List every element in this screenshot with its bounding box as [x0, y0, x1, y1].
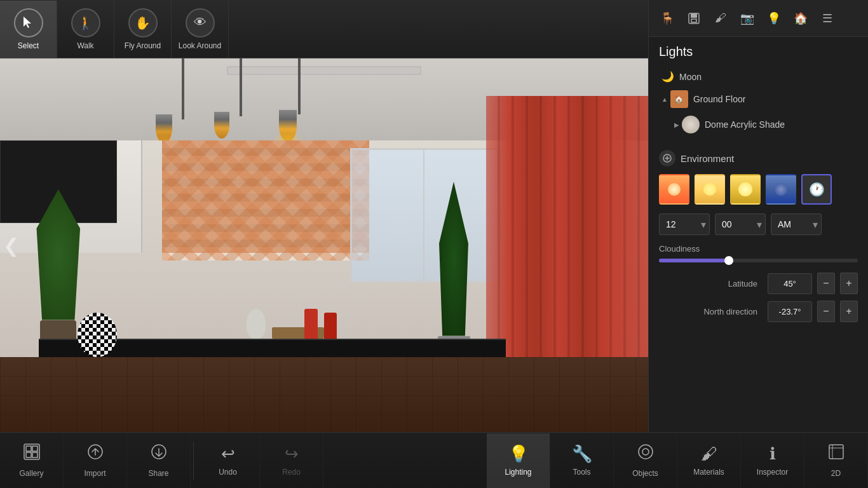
hour-select[interactable]: 12123 69	[659, 214, 710, 235]
latitude-row: Latitude 45° − +	[659, 273, 858, 294]
expand-ground-floor-icon: ▲	[661, 96, 668, 103]
toolbar-divider-1	[193, 442, 194, 480]
preset-noon[interactable]	[730, 174, 761, 205]
import-button[interactable]: Import	[64, 433, 127, 488]
objects-icon	[637, 443, 654, 465]
bottom-toolbar: Gallery Import Share ↩ Undo ↪ Redo 💡 Lig…	[0, 432, 868, 488]
environment-header[interactable]: Environment	[659, 150, 858, 166]
ampm-select[interactable]: AMPM	[771, 214, 822, 235]
latitude-increase-btn[interactable]: +	[840, 273, 858, 294]
undo-icon: ↩	[221, 444, 235, 464]
svg-rect-5	[26, 446, 31, 451]
preset-dawn[interactable]	[659, 174, 689, 205]
gallery-button[interactable]: Gallery	[0, 433, 64, 488]
svg-point-11	[639, 445, 653, 459]
time-row: 12123 69 00153045 AMPM	[659, 214, 858, 235]
nav-prev-arrow[interactable]: ❮	[3, 234, 19, 257]
north-direction-increase-btn[interactable]: +	[840, 301, 858, 322]
tree-item-dome[interactable]: ▶ Dome Acrylic Shade	[672, 112, 858, 137]
ceiling-recess	[227, 66, 421, 76]
environment-toggle[interactable]	[659, 150, 675, 166]
cloudiness-slider[interactable]	[659, 259, 858, 262]
redo-label: Redo	[282, 468, 301, 477]
right-panel: 🪑 🖌 📷 💡 🏠 ☰ Lights 🌙 Moon ▲ 🏠 Ground Flo…	[648, 0, 868, 432]
panel-list-icon[interactable]: ☰	[814, 5, 841, 32]
tool-select-label: Select	[18, 41, 39, 50]
undo-button[interactable]: ↩ Undo	[196, 433, 260, 488]
tree-item-moon[interactable]: 🌙 Moon	[659, 67, 858, 86]
top-toolbar: Select 🚶 Walk ✋ Fly Around 👁 Look Around	[0, 0, 648, 58]
preset-custom[interactable]: 🕐	[801, 174, 832, 205]
preset-morning[interactable]	[695, 174, 725, 205]
expand-dome-icon: ▶	[674, 121, 679, 128]
moon-icon: 🌙	[661, 71, 674, 83]
redo-icon: ↪	[285, 444, 299, 464]
inspector-label: Inspector	[757, 468, 788, 477]
latitude-label: Latitude	[659, 279, 763, 288]
north-direction-value: -23.7°	[768, 301, 812, 322]
import-label: Import	[84, 469, 105, 478]
cloudiness-label: Cloudiness	[659, 244, 858, 254]
panel-save-icon[interactable]	[681, 5, 707, 32]
north-direction-decrease-btn[interactable]: −	[817, 301, 835, 322]
lighting-label: Lighting	[505, 468, 531, 477]
scene-background: ❮	[0, 58, 648, 432]
objects-button[interactable]: Objects	[614, 433, 677, 488]
lights-section: Lights 🌙 Moon ▲ 🏠 Ground Floor ▶ Dome Ac…	[649, 37, 868, 145]
tool-fly-around[interactable]: ✋ Fly Around	[114, 1, 172, 58]
custom-clock-icon: 🕐	[809, 182, 825, 197]
tool-look-around-label: Look Around	[179, 41, 221, 50]
north-direction-label: North direction	[659, 307, 763, 316]
svg-rect-8	[32, 452, 37, 458]
share-icon	[150, 443, 168, 465]
panel-paint-icon[interactable]: 🖌	[707, 5, 734, 32]
objects-label: Objects	[632, 469, 658, 478]
svg-rect-6	[32, 446, 37, 451]
tree-item-dome-label: Dome Acrylic Shade	[705, 119, 785, 130]
ampm-select-wrapper: AMPM	[771, 214, 822, 235]
tools-icon: 🔧	[572, 444, 592, 464]
ground-floor-thumb: 🏠	[670, 90, 688, 108]
tool-look-around[interactable]: 👁 Look Around	[172, 1, 229, 58]
environment-section: Environment 🕐 12123	[649, 145, 868, 334]
svg-rect-7	[26, 452, 31, 458]
gallery-label: Gallery	[19, 469, 43, 478]
tools-label: Tools	[573, 468, 590, 477]
lighting-icon: 💡	[508, 444, 529, 464]
materials-icon: 🖌	[701, 444, 717, 464]
latitude-value: 45°	[768, 273, 812, 294]
panel-camera-icon[interactable]: 📷	[734, 5, 761, 32]
environment-label: Environment	[681, 153, 734, 164]
2d-label: 2D	[831, 469, 841, 478]
lights-title: Lights	[659, 44, 858, 59]
preset-afternoon[interactable]	[766, 174, 796, 205]
materials-button[interactable]: 🖌 Materials	[677, 433, 741, 488]
panel-furniture-icon[interactable]: 🪑	[654, 5, 681, 32]
share-button[interactable]: Share	[127, 433, 191, 488]
lighting-button[interactable]: 💡 Lighting	[487, 433, 550, 488]
minute-select[interactable]: 00153045	[715, 214, 766, 235]
panel-light-icon[interactable]: 💡	[761, 5, 787, 32]
north-direction-row: North direction -23.7° − +	[659, 301, 858, 322]
undo-label: Undo	[219, 468, 237, 477]
tool-walk[interactable]: 🚶 Walk	[57, 1, 114, 58]
tools-button[interactable]: 🔧 Tools	[550, 433, 614, 488]
tool-select[interactable]: Select	[0, 1, 57, 58]
materials-label: Materials	[693, 468, 724, 477]
2d-icon	[827, 443, 845, 465]
redo-button[interactable]: ↪ Redo	[260, 433, 323, 488]
inspector-button[interactable]: ℹ Inspector	[741, 433, 804, 488]
share-label: Share	[148, 469, 168, 478]
latitude-decrease-btn[interactable]: −	[817, 273, 835, 294]
cloudiness-thumb[interactable]	[724, 256, 733, 265]
cloudiness-fill	[659, 259, 729, 262]
svg-rect-13	[829, 445, 843, 459]
panel-home-icon[interactable]: 🏠	[787, 5, 814, 32]
viewport[interactable]: ❮	[0, 58, 648, 432]
time-presets: 🕐	[659, 174, 858, 205]
svg-rect-1	[691, 13, 697, 18]
2d-button[interactable]: 2D	[804, 433, 868, 488]
import-icon	[86, 443, 104, 465]
tree-item-ground-floor[interactable]: ▲ 🏠 Ground Floor	[659, 86, 858, 112]
tree-item-moon-label: Moon	[679, 72, 702, 82]
